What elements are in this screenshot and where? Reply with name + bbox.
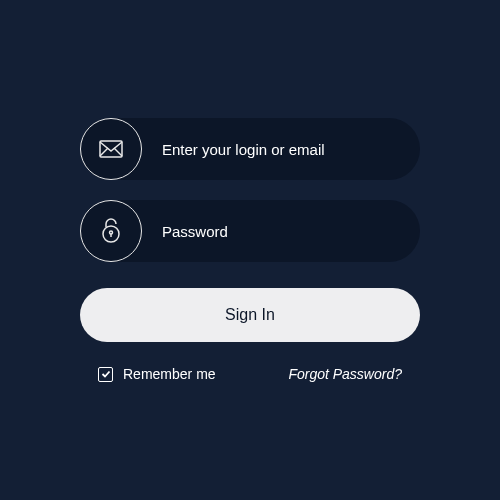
form-footer: Remember me Forgot Password? (80, 366, 420, 382)
svg-point-2 (110, 231, 113, 234)
lock-icon (80, 200, 142, 262)
password-input[interactable] (142, 223, 420, 240)
login-form: Sign In Remember me Forgot Password? (80, 118, 420, 382)
email-icon (80, 118, 142, 180)
login-input[interactable] (142, 141, 420, 158)
password-input-group (80, 200, 420, 262)
remember-label: Remember me (123, 366, 216, 382)
login-input-group (80, 118, 420, 180)
checkmark-icon (101, 369, 111, 379)
svg-rect-0 (100, 141, 122, 157)
checkbox-box (98, 367, 113, 382)
signin-button[interactable]: Sign In (80, 288, 420, 342)
remember-me-checkbox[interactable]: Remember me (98, 366, 216, 382)
forgot-password-link[interactable]: Forgot Password? (288, 366, 402, 382)
